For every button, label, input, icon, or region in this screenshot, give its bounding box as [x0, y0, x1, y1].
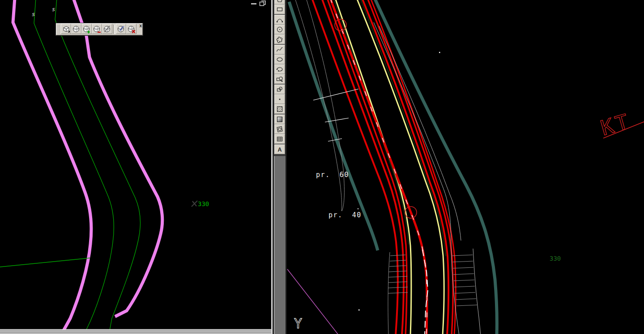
draw-hatch-tool[interactable]: [274, 104, 285, 114]
cube-icon: [62, 25, 71, 34]
toolbar-close-label: x: [139, 23, 142, 28]
delete-view-button[interactable]: [126, 24, 136, 34]
sphere-pencil-icon: [117, 25, 126, 34]
revcloud-icon: [276, 36, 283, 43]
rectangle-icon: [276, 6, 283, 13]
pick-mark: [192, 201, 197, 207]
draw-table-tool[interactable]: [274, 134, 285, 144]
sphere-plus-icon: [82, 25, 91, 34]
draw-toolbar-buttons: A: [274, 0, 286, 157]
arc-icon: [276, 16, 283, 23]
ellipse-icon: [276, 56, 283, 63]
draw-rectangle-tool[interactable]: [274, 4, 285, 14]
draw-circle-tool[interactable]: [274, 25, 285, 34]
insert-block-icon: [276, 76, 283, 83]
draw-polygon-tool[interactable]: [274, 0, 285, 4]
draw-toolbar: A: [270, 0, 287, 334]
road-centerline-red[interactable]: [330, 0, 427, 334]
svg-text:A: A: [277, 146, 281, 152]
kt-label[interactable]: KT 2: [598, 101, 644, 140]
point-icon: [276, 96, 283, 103]
spline-marker-1[interactable]: s: [32, 11, 35, 17]
profile-label-40[interactable]: pr. 40: [328, 211, 362, 219]
cad-application-window: 330 s s: [0, 0, 644, 334]
remove-view-button[interactable]: [92, 24, 102, 34]
draw-region-tool[interactable]: [274, 124, 285, 134]
viewports-dialog-button[interactable]: [61, 24, 71, 34]
sphere-icon: [72, 25, 81, 34]
draw-make-block-tool[interactable]: [274, 85, 285, 94]
ucs-axis-label[interactable]: Y: [294, 316, 302, 331]
gradient-icon: [276, 116, 283, 123]
draw-revcloud-tool[interactable]: [274, 34, 285, 44]
station-label-left[interactable]: 330: [198, 200, 209, 207]
sphere-x-icon: [127, 25, 136, 34]
table-icon: [276, 135, 283, 143]
draw-ellipse-tool[interactable]: [274, 55, 285, 64]
ellipse-arc-icon: [276, 66, 283, 73]
spline-marker-2[interactable]: s: [52, 6, 55, 13]
draw-arc-tool[interactable]: [274, 15, 285, 25]
disable-view-button[interactable]: [102, 24, 112, 34]
green-crossing-line[interactable]: [0, 258, 90, 267]
spline-icon: [276, 46, 283, 53]
road-edge-magenta-left[interactable]: [13, 0, 91, 334]
edit-view-button[interactable]: [116, 24, 126, 34]
add-view-button[interactable]: [81, 24, 92, 34]
region-icon: [276, 126, 283, 133]
draw-insert-block-tool[interactable]: [274, 74, 285, 84]
toolbar-separator: [113, 25, 115, 34]
viewports-toolbar[interactable]: x: [56, 23, 143, 35]
station-label-right[interactable]: 330: [550, 255, 561, 262]
circle-icon: [276, 26, 283, 33]
toolbar-close-button[interactable]: x: [136, 24, 142, 35]
make-block-icon: [276, 86, 283, 93]
draw-toolbar-filler: [274, 156, 286, 334]
mtext-icon: A: [276, 146, 283, 153]
polygon-icon: [276, 0, 283, 3]
window-restore-icon[interactable]: [260, 1, 266, 6]
right-viewport-drawing[interactable]: pr. 60 pr. 40 330 KT 2 Y: [287, 0, 644, 334]
draw-spline-tool[interactable]: [274, 45, 285, 55]
hatch-icon: [276, 106, 283, 113]
sphere-slash-icon: [103, 25, 112, 34]
left-viewport-drawing[interactable]: 330 s s: [0, 0, 271, 334]
draw-gradient-tool[interactable]: [274, 114, 285, 124]
strip-right-edge: [286, 0, 287, 334]
sphere-minus-icon: [93, 25, 102, 34]
profile-label-60[interactable]: pr. 60: [316, 171, 349, 179]
kt-annotation[interactable]: KT 2: [598, 101, 644, 140]
toolbar-grip-handle[interactable]: [57, 25, 60, 34]
left-window-bottom-bar[interactable]: [0, 329, 271, 334]
draw-point-tool[interactable]: [274, 94, 285, 104]
draw-mtext-tool[interactable]: A: [274, 144, 285, 154]
model-space-canvas[interactable]: 330 s s: [0, 0, 644, 334]
window-minimize-icon[interactable]: [251, 3, 256, 4]
subgrade-outline-gray-left[interactable]: [295, 0, 344, 211]
road-centerline-green-2[interactable]: [55, 0, 140, 334]
named-view-button[interactable]: [71, 24, 81, 34]
road-edge-red-lines-right[interactable]: [362, 0, 456, 334]
draw-ellipse-arc-tool[interactable]: [274, 64, 285, 74]
viewports-toolbar-buttons: [61, 24, 136, 35]
